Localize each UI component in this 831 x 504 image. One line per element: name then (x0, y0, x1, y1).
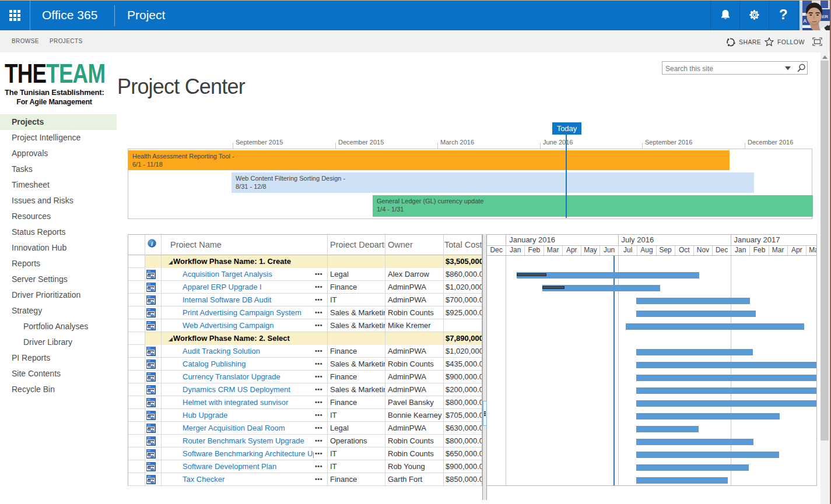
svg-text:ER: ER (822, 14, 828, 19)
svg-text:A: A (803, 18, 807, 24)
